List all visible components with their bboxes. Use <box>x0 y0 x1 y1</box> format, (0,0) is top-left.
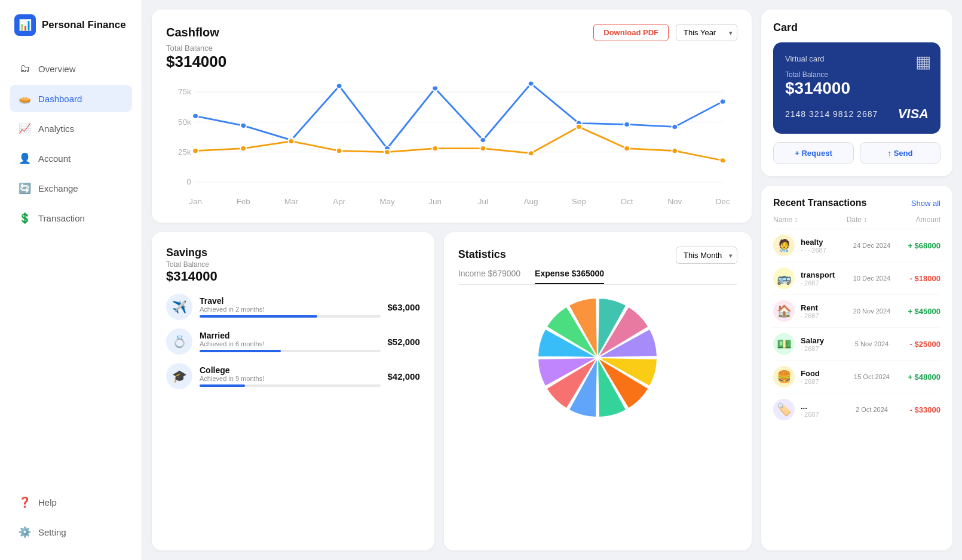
sidebar-label-setting: Setting <box>38 527 66 537</box>
savings-amount: $52,000 <box>388 337 420 347</box>
sidebar-label-analytics: Analytics <box>38 124 74 134</box>
recent-transactions-panel: Recent Transactions Show all Name ↕ Date… <box>761 186 952 550</box>
transaction-sub: · · · 2687 <box>801 247 842 254</box>
svg-text:Nov: Nov <box>667 198 682 206</box>
right-panel: Card Virtual card ▦ Total Balance $31400… <box>761 10 952 550</box>
svg-text:Apr: Apr <box>333 198 346 206</box>
sidebar-item-help[interactable]: ❓Help <box>10 488 132 516</box>
transaction-amount: - $33000 <box>902 405 940 414</box>
svg-point-38 <box>384 149 390 155</box>
send-button[interactable]: ↑ Send <box>860 142 940 164</box>
savings-amount: $63,000 <box>388 302 420 312</box>
period-select[interactable]: This YearThis MonthThis Week <box>676 24 737 41</box>
virtual-card-balance-label: Total Balance <box>785 70 929 79</box>
svg-point-39 <box>432 146 438 151</box>
visa-logo: VISA <box>898 106 929 122</box>
sidebar-item-setting[interactable]: ⚙️Setting <box>10 518 132 546</box>
sidebar-bottom: ❓Help⚙️Setting <box>10 488 132 546</box>
stats-tab-expense[interactable]: Expense $365000 <box>535 269 604 284</box>
svg-text:Oct: Oct <box>621 198 633 206</box>
transactions-columns: Name ↕ Date ↕ Amount <box>773 213 940 229</box>
table-row: 🧑‍⚕️ healty · · · 2687 24 Dec 2024 + $68… <box>773 229 940 262</box>
sidebar-item-overview[interactable]: 🗂Overview <box>10 55 132 82</box>
svg-text:Feb: Feb <box>237 198 250 206</box>
sidebar-item-transaction[interactable]: 💲Transaction <box>10 204 132 232</box>
sidebar-label-overview: Overview <box>38 64 76 74</box>
app-name: Personal Finance <box>42 19 126 31</box>
transaction-amount: + $68000 <box>902 241 940 250</box>
show-all-button[interactable]: Show all <box>911 199 940 208</box>
svg-point-42 <box>576 124 582 130</box>
transaction-date: 5 Nov 2024 <box>848 340 896 347</box>
setting-icon: ⚙️ <box>18 525 31 539</box>
analytics-icon: 📈 <box>18 122 31 135</box>
sidebar-item-dashboard[interactable]: 🥧Dashboard <box>10 85 132 112</box>
transaction-avatar: 🍔 <box>773 366 795 387</box>
sidebar-nav: 🗂Overview🥧Dashboard📈Analytics👤Account🔄Ex… <box>10 55 132 488</box>
savings-progress-bar-bg <box>200 384 381 387</box>
transaction-name: ... <box>801 402 842 411</box>
svg-point-33 <box>720 99 726 104</box>
statistics-card: Statistics This MonthThis Year Income $6… <box>444 232 752 550</box>
request-button[interactable]: + Request <box>773 142 854 164</box>
savings-balance-label: Total Balance <box>166 260 420 269</box>
transaction-sub: · 2687 <box>801 411 842 418</box>
cashflow-chart: 025k50k75k100kJanFebMarAprMayJunJulAugSe… <box>166 77 737 208</box>
transaction-icon: 💲 <box>18 211 31 224</box>
savings-progress-bar <box>200 315 317 318</box>
svg-point-45 <box>720 158 726 163</box>
transaction-name: Rent <box>801 303 842 312</box>
svg-text:50k: 50k <box>178 118 191 126</box>
account-icon: 👤 <box>18 152 31 165</box>
sidebar-item-exchange[interactable]: 🔄Exchange <box>10 174 132 202</box>
stats-tabs: Income $679000Expense $365000 <box>458 269 737 285</box>
dashboard-icon: 🥧 <box>18 92 31 105</box>
svg-point-35 <box>240 146 246 151</box>
transaction-avatar: 🏷️ <box>773 399 795 420</box>
transaction-info: ... · 2687 <box>801 402 842 418</box>
savings-info-college: College Achieved in 9 months! <box>200 365 381 387</box>
savings-info-travel: Travel Achieved in 2 months! <box>200 296 381 318</box>
svg-text:25k: 25k <box>178 148 191 156</box>
pie-chart-container <box>458 292 737 423</box>
stats-tab-income[interactable]: Income $679000 <box>458 269 520 284</box>
savings-item-travel: ✈️ Travel Achieved in 2 months! $63,000 <box>166 294 420 320</box>
savings-card: Savings Total Balance $314000 ✈️ Travel … <box>152 232 434 550</box>
savings-icon-college: 🎓 <box>166 363 192 389</box>
table-row: 🍔 Food · 2687 15 Oct 2024 + $48000 <box>773 361 940 393</box>
transaction-avatar: 🚌 <box>773 267 795 289</box>
transaction-date: 10 Dec 2024 <box>848 275 896 282</box>
sidebar-label-transaction: Transaction <box>38 213 85 223</box>
savings-name: Travel <box>200 296 381 306</box>
svg-point-36 <box>289 139 295 144</box>
svg-text:Jun: Jun <box>428 198 442 206</box>
svg-point-44 <box>672 148 678 153</box>
savings-name: College <box>200 365 381 375</box>
svg-text:Jan: Jan <box>189 198 202 206</box>
savings-progress-bar <box>200 384 245 387</box>
transaction-name: Salary <box>801 336 842 345</box>
transaction-info: transport · 2687 <box>801 270 842 287</box>
sidebar: 📊 Personal Finance 🗂Overview🥧Dashboard📈A… <box>0 0 142 560</box>
savings-item-married: 💍 Married Achieved in 6 months! $52,000 <box>166 328 420 355</box>
stats-period-select[interactable]: This MonthThis Year <box>676 247 737 264</box>
virtual-card-label: Virtual card <box>785 54 929 63</box>
sidebar-label-exchange: Exchange <box>38 183 78 193</box>
svg-point-41 <box>528 150 534 156</box>
transaction-name: healty <box>801 238 842 247</box>
download-pdf-button[interactable]: Download PDF <box>593 24 669 41</box>
svg-point-22 <box>192 113 198 119</box>
total-balance-value: $314000 <box>166 53 737 71</box>
svg-text:75k: 75k <box>178 88 191 96</box>
sidebar-item-analytics[interactable]: 📈Analytics <box>10 115 132 142</box>
svg-point-34 <box>192 148 198 153</box>
period-select-wrapper: This YearThis MonthThis Week <box>676 24 737 41</box>
main-content: Cashflow Download PDF This YearThis Mont… <box>142 0 962 560</box>
svg-point-29 <box>528 81 534 87</box>
table-row: 💵 Salary · 2687 5 Nov 2024 - $25000 <box>773 328 940 361</box>
transaction-sub: · 2687 <box>801 312 842 319</box>
savings-progress-bar-bg <box>200 315 381 318</box>
virtual-card-number: 2148 3214 9812 2687 <box>785 109 878 119</box>
savings-sub: Achieved in 9 months! <box>200 375 381 382</box>
sidebar-item-account[interactable]: 👤Account <box>10 144 132 172</box>
